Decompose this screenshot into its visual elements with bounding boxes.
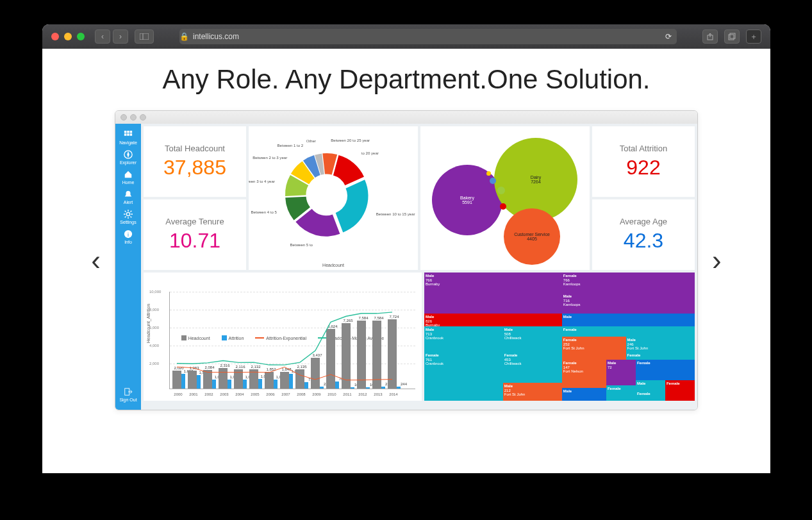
lock-icon: 🔒 xyxy=(179,32,189,41)
bubble-small xyxy=(497,187,505,194)
bubble-small xyxy=(500,203,506,210)
info-icon: i xyxy=(124,230,133,239)
signout-icon xyxy=(124,387,133,396)
svg-text:Between 4 to 5: Between 4 to 5 xyxy=(251,210,277,214)
mac-dot xyxy=(120,114,127,121)
grid-icon xyxy=(124,130,133,139)
kpi-headcount: Total Headcount 37,885 xyxy=(144,126,246,197)
sidebar-item-explorer[interactable]: Explorer xyxy=(120,150,137,165)
bubble: Customer Service 4405 xyxy=(504,208,560,265)
donut-title: Headcount xyxy=(322,263,344,267)
minimize-window-button[interactable] xyxy=(64,33,72,40)
kpi-label: Average Age xyxy=(620,217,667,226)
svg-rect-7 xyxy=(130,131,133,133)
app-sidebar: Navigate Explorer Home Alert xyxy=(115,124,141,410)
kpi-value: 10.71 xyxy=(169,229,220,253)
safari-window: ‹ › 🔒 intellicus.com ⟳ ＋ Any Role. Any D… xyxy=(42,24,770,473)
mac-dot xyxy=(140,114,146,121)
bubble: Bakery 5591 xyxy=(432,165,502,235)
sidebar-item-info[interactable]: i Info xyxy=(124,230,133,244)
window-controls xyxy=(51,33,85,40)
mac-dot xyxy=(130,114,137,121)
share-button[interactable] xyxy=(702,29,718,44)
kpi-value: 37,885 xyxy=(163,156,226,180)
compass-icon xyxy=(124,150,133,159)
kpi-attrition: Total Attrition 922 xyxy=(592,126,695,197)
address-bar[interactable]: 🔒 intellicus.com ⟳ xyxy=(179,29,677,44)
kpi-label: Average Tenure xyxy=(165,217,224,226)
carousel-next-button[interactable]: › xyxy=(698,244,736,276)
svg-rect-3 xyxy=(729,35,734,40)
gear-icon xyxy=(124,210,133,219)
svg-text:Between 10 to 15 year: Between 10 to 15 year xyxy=(376,212,415,216)
svg-text:Between 20 to 25 year: Between 20 to 25 year xyxy=(331,138,370,142)
zoom-window-button[interactable] xyxy=(77,33,85,40)
sidebar-item-label: Settings xyxy=(120,220,136,224)
kpi-label: Total Attrition xyxy=(620,144,667,153)
bubble-small xyxy=(490,178,496,184)
sidebar-item-navigate[interactable]: Navigate xyxy=(119,130,137,145)
bars-area: 2,0004,0006,0008,00010,0002,0201,6202000… xyxy=(169,292,415,389)
svg-text:Other: Other xyxy=(306,138,316,143)
share-icon xyxy=(706,33,714,40)
svg-rect-9 xyxy=(127,133,129,136)
tabs-icon xyxy=(728,33,736,40)
svg-text:Between 2 to 3 year: Between 2 to 3 year xyxy=(253,155,287,160)
donut-chart: OtherBetween 20 to 25 yearto 20 yearBetw… xyxy=(249,126,418,270)
svg-rect-5 xyxy=(124,131,127,133)
bell-icon xyxy=(124,190,133,199)
bubble-small xyxy=(486,171,491,176)
sidebar-icon xyxy=(140,33,149,40)
svg-rect-0 xyxy=(140,33,149,40)
dashboard-window: Navigate Explorer Home Alert xyxy=(115,110,698,410)
svg-text:Between 3 to 4 year: Between 3 to 4 year xyxy=(249,179,275,183)
sidebar-item-label: Home xyxy=(122,180,135,185)
sidebar-item-label: Sign Out xyxy=(119,398,137,402)
url-text: intellicus.com xyxy=(193,32,239,41)
sidebar-item-signout[interactable]: Sign Out xyxy=(119,387,137,402)
sidebar-item-label: Info xyxy=(124,240,132,244)
svg-text:Between 1 to 2: Between 1 to 2 xyxy=(278,143,304,147)
svg-rect-6 xyxy=(127,131,129,133)
carousel: ‹ Navigate Ex xyxy=(42,110,770,410)
reload-icon[interactable]: ⟳ xyxy=(665,32,672,41)
svg-text:to 20 year: to 20 year xyxy=(361,151,379,155)
home-icon xyxy=(124,170,133,179)
sidebar-item-label: Explorer xyxy=(120,160,137,165)
kpi-label: Total Headcount xyxy=(165,144,225,153)
sidebar-item-label: Navigate xyxy=(119,140,137,145)
sidebar-item-alert[interactable]: Alert xyxy=(124,190,133,205)
bubble-chart: Bakery 5591 Dairy 7264 Customer Service … xyxy=(420,126,590,270)
svg-rect-10 xyxy=(130,133,133,136)
svg-rect-4 xyxy=(730,33,735,38)
back-button[interactable]: ‹ xyxy=(95,29,110,44)
kpi-value: 922 xyxy=(626,156,660,180)
kpi-tenure: Average Tenure 10.71 xyxy=(144,199,246,270)
sidebar-toggle-button[interactable] xyxy=(135,29,154,44)
svg-text:i: i xyxy=(128,231,129,238)
treemap: Male766BurnabyFemale766KamloopsMale716Ka… xyxy=(424,273,695,401)
svg-point-12 xyxy=(126,212,129,215)
sidebar-item-settings[interactable]: Settings xyxy=(120,210,136,224)
donut-svg: OtherBetween 20 to 25 yearto 20 yearBetw… xyxy=(249,126,418,270)
page-title: Any Role. Any Department.One Solution. xyxy=(42,64,770,95)
svg-rect-8 xyxy=(124,133,127,136)
sidebar-item-label: Alert xyxy=(124,200,133,205)
kpi-age: Average Age 42.3 xyxy=(592,199,695,270)
tabs-button[interactable] xyxy=(724,29,740,44)
page-content: Any Role. Any Department.One Solution. ‹… xyxy=(42,49,770,473)
close-window-button[interactable] xyxy=(51,33,59,40)
sidebar-item-home[interactable]: Home xyxy=(122,170,135,185)
bar-chart: Headcount Attrition Attrition-Exponentia… xyxy=(144,273,422,401)
svg-text:Between 5 to: Between 5 to xyxy=(290,242,313,247)
dashboard-titlebar xyxy=(115,111,697,124)
browser-toolbar: ‹ › 🔒 intellicus.com ⟳ ＋ xyxy=(42,24,770,49)
carousel-prev-button[interactable]: ‹ xyxy=(77,244,115,276)
kpi-value: 42.3 xyxy=(624,229,663,253)
dashboard-content: Total Headcount 37,885 Average Tenure 10… xyxy=(141,124,697,410)
forward-button[interactable]: › xyxy=(113,29,128,44)
new-tab-button[interactable]: ＋ xyxy=(746,29,761,44)
